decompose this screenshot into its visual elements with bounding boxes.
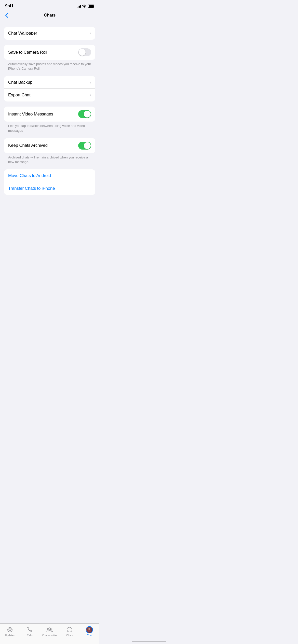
chat-wallpaper-label: Chat Wallpaper [8, 31, 37, 36]
wifi-icon [82, 5, 86, 8]
instant-video-description: Lets you tap to switch between using voi… [0, 122, 99, 133]
keep-archived-section: Keep Chats Archived [4, 138, 95, 153]
page-title: Chats [44, 13, 56, 18]
chat-wallpaper-section: Chat Wallpaper › [4, 27, 95, 40]
chat-backup-label: Chat Backup [8, 80, 32, 85]
instant-video-section: Instant Video Messages [4, 107, 95, 122]
export-chat-item[interactable]: Export Chat › [4, 89, 95, 101]
transfer-chats-iphone-item[interactable]: Transfer Chats to iPhone [4, 182, 95, 195]
backup-chevron-icon: › [90, 80, 91, 85]
move-chats-android-label: Move Chats to Android [8, 173, 51, 178]
instant-video-label: Instant Video Messages [8, 112, 53, 117]
chat-backup-item[interactable]: Chat Backup › [4, 76, 95, 89]
instant-video-item[interactable]: Instant Video Messages [4, 107, 95, 122]
instant-video-toggle[interactable] [78, 110, 91, 118]
chat-wallpaper-item[interactable]: Chat Wallpaper › [4, 27, 95, 40]
status-icons [77, 5, 94, 8]
transfer-chats-iphone-label: Transfer Chats to iPhone [8, 186, 55, 191]
status-time: 9:41 [5, 4, 13, 9]
signal-icon [77, 5, 81, 8]
export-chat-label: Export Chat [8, 93, 31, 98]
chevron-icon: › [90, 31, 91, 36]
save-camera-roll-label: Save to Camera Roll [8, 50, 47, 55]
move-chats-android-item[interactable]: Move Chats to Android [4, 169, 95, 182]
move-transfer-section: Move Chats to Android Transfer Chats to … [4, 169, 95, 195]
keep-archived-toggle[interactable] [78, 142, 91, 150]
instant-video-toggle-thumb [84, 111, 91, 118]
battery-icon [88, 5, 94, 8]
content: Chat Wallpaper › Save to Camera Roll Aut… [0, 22, 99, 220]
back-button[interactable] [4, 12, 9, 19]
keep-archived-description: Archived chats will remain archived when… [0, 153, 99, 164]
save-camera-roll-description: Automatically save photos and videos you… [0, 60, 99, 71]
keep-archived-toggle-thumb [84, 142, 91, 149]
toggle-thumb [79, 49, 86, 56]
keep-archived-item[interactable]: Keep Chats Archived [4, 138, 95, 153]
keep-archived-label: Keep Chats Archived [8, 143, 48, 148]
backup-export-section: Chat Backup › Export Chat › [4, 76, 95, 101]
save-camera-roll-item[interactable]: Save to Camera Roll [4, 45, 95, 60]
save-camera-section: Save to Camera Roll [4, 45, 95, 60]
status-bar: 9:41 [0, 0, 99, 10]
nav-header: Chats [0, 10, 99, 22]
export-chevron-icon: › [90, 93, 91, 97]
save-camera-roll-toggle[interactable] [78, 48, 91, 56]
